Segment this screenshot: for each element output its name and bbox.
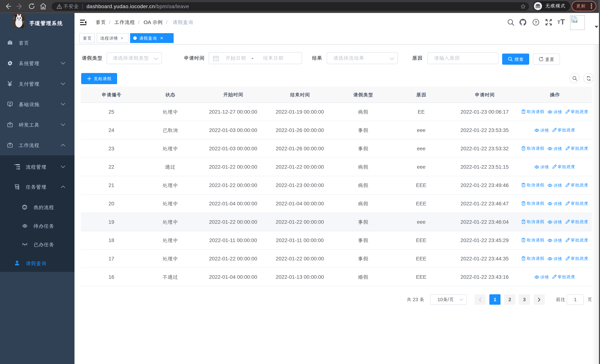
svg-text:?: ? [534, 20, 537, 25]
